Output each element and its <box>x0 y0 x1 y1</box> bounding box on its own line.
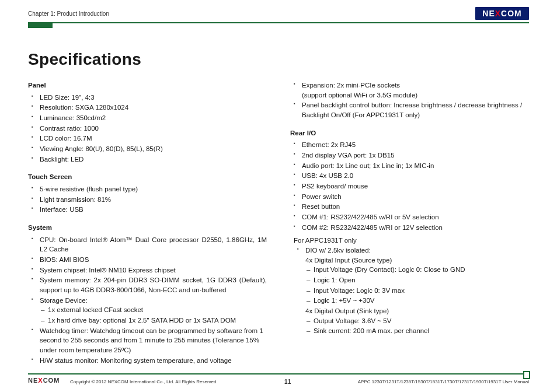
sub-text: 4x Digital Output (Sink type) <box>305 306 529 316</box>
list-item: DIO w/ 2.5kv isolated: 4x Digital Input … <box>305 246 529 336</box>
list-item: 5-wire resistive (flush panel type) <box>40 184 267 194</box>
list-item: Light transmission: 81% <box>40 195 267 205</box>
list-item: Reset button <box>302 202 529 212</box>
list-item: LCD color: 16.7M <box>40 134 267 144</box>
sub-text: 4x Digital Input (Source type) <box>305 256 529 265</box>
list-item: Resolution: SXGA 1280x1024 <box>40 103 267 113</box>
nexcom-logo: NEXCOM <box>475 7 529 20</box>
appc1931t-note: For APPC1931T only DIO w/ 2.5kv isolated… <box>290 236 529 336</box>
copyright-text: Copyright © 2012 NEXCOM International Co… <box>70 379 218 384</box>
list-item: H/W status monitor: Monitoring system te… <box>40 356 267 366</box>
list-item: Power switch <box>302 192 529 202</box>
list-item: Audio port: 1x Line out; 1x Line in; 1x … <box>302 161 529 171</box>
input-sublist: Input Voltage (Dry Contact): Logic 0: Cl… <box>305 265 529 306</box>
list-item: Logic 1: Open <box>314 275 529 285</box>
nexcom-logo-small: NEXCOM <box>28 377 65 386</box>
right-column: Expansion: 2x mini-PCIe sockets (support… <box>290 72 529 366</box>
list-item: Contrast ratio: 1000 <box>40 124 267 134</box>
list-item: Backlight: LED <box>40 155 267 164</box>
section-heading: System <box>28 223 267 233</box>
header-rule <box>28 22 529 23</box>
storage-sublist: 1x external locked CFast socket 1x hard … <box>40 305 267 325</box>
section-heading: Rear I/O <box>290 128 529 138</box>
page-footer: NEXCOM Copyright © 2012 NEXCOM Internati… <box>28 373 529 386</box>
list-item: Sink current: 200 mA max. per channel <box>314 326 529 336</box>
section-heading: Panel <box>28 80 267 90</box>
list-item: 1x hard drive bay: optional 1x 2.5" SATA… <box>48 316 267 326</box>
list-item: Viewing Angle: 80(U), 80(D), 85(L), 85(R… <box>40 144 267 154</box>
page-title: Specifications <box>28 50 529 69</box>
list-item: System chipset: Intel® NM10 Express chip… <box>40 265 267 275</box>
chapter-label: Chapter 1: Product Introduction <box>28 10 109 17</box>
list-item: Input Voltage (Dry Contact): Logic 0: Cl… <box>314 265 529 275</box>
rear-io-list: Ethernet: 2x RJ45 2nd display VGA port: … <box>290 140 529 232</box>
list-item: COM #1: RS232/422/485 w/RI or 5V selecti… <box>302 212 529 222</box>
footer-bar: NEXCOM Copyright © 2012 NEXCOM Internati… <box>28 377 529 386</box>
list-item: Logic 1: +5V ~ +30V <box>314 296 529 306</box>
dio-list: DIO w/ 2.5kv isolated: 4x Digital Input … <box>294 246 529 336</box>
header-accent <box>28 23 53 28</box>
footer-rule <box>28 373 529 374</box>
list-item: COM #2: RS232/422/485 w/RI or 12V select… <box>302 223 529 233</box>
list-item: Output Voltage: 3.6V ~ 5V <box>314 316 529 326</box>
list-item: PS2 keyboard/ mouse <box>302 181 529 191</box>
list-item: Input Voltage: Logic 0: 3V max <box>314 286 529 296</box>
list-item: 2nd display VGA port: 1x DB15 <box>302 150 529 160</box>
list-item: Luminance: 350cd/m2 <box>40 113 267 123</box>
footer-left: NEXCOM Copyright © 2012 NEXCOM Internati… <box>28 377 218 386</box>
manual-ref: APPC 1230T/1231T/1235T/1530T/1531T/1730T… <box>358 379 529 384</box>
left-column: Panel LED Size: 19", 4:3 Resolution: SXG… <box>28 72 267 366</box>
section-heading: Touch Screen <box>28 172 267 182</box>
list-item: Watchdog timer: Watchdog timeout can be … <box>40 326 267 355</box>
list-item: BIOS: AMI BIOS <box>40 255 267 265</box>
lead-text: For APPC1931T only <box>294 236 529 246</box>
content-columns: Panel LED Size: 19", 4:3 Resolution: SXG… <box>28 72 529 366</box>
list-item: LED Size: 19", 4:3 <box>40 93 267 103</box>
list-item: Expansion: 2x mini-PCIe sockets (support… <box>302 80 529 100</box>
system-list: CPU: On-board Intel® Atom™ Dual Core pro… <box>28 235 267 366</box>
list-item: CPU: On-board Intel® Atom™ Dual Core pro… <box>40 235 267 254</box>
list-item: Interface: USB <box>40 205 267 215</box>
touch-list: 5-wire resistive (flush panel type) Ligh… <box>28 184 267 215</box>
system-continued: Expansion: 2x mini-PCIe sockets (support… <box>290 80 529 120</box>
list-item: Storage Device: 1x external locked CFast… <box>40 296 267 326</box>
list-item: Panel backlight control button: Increase… <box>302 100 529 120</box>
list-item: USB: 4x USB 2.0 <box>302 171 529 181</box>
output-sublist: Output Voltage: 3.6V ~ 5V Sink current: … <box>305 316 529 336</box>
page-number: 11 <box>284 379 291 385</box>
panel-list: LED Size: 19", 4:3 Resolution: SXGA 1280… <box>28 93 267 164</box>
list-item: Ethernet: 2x RJ45 <box>302 140 529 150</box>
list-item: System memory: 2x 204-pin DDR3 SO-DIMM s… <box>40 275 267 295</box>
list-item: 1x external locked CFast socket <box>48 305 267 315</box>
page-header: Chapter 1: Product Introduction NEXCOM <box>28 7 529 20</box>
